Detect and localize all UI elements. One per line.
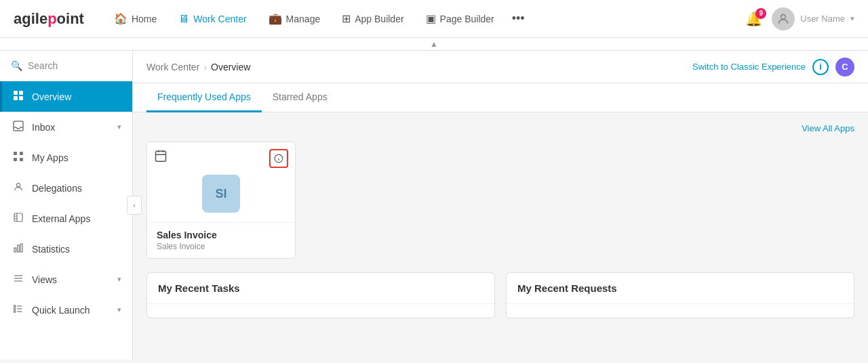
breadcrumb-parent[interactable]: Work Center (146, 62, 199, 72)
logo[interactable]: agilepoint (14, 10, 84, 28)
main-content: View All Apps (133, 112, 868, 360)
sidebar-item-views[interactable]: Views ▾ (0, 264, 132, 295)
svg-rect-13 (18, 245, 20, 252)
tab-starred-apps[interactable]: Starred Apps (262, 83, 338, 112)
app-name-label: Sales Invoice (157, 230, 285, 240)
nav-page-builder[interactable]: ▣ Page Builder (416, 7, 504, 30)
nav-app-builder-label: App Builder (355, 14, 403, 24)
recent-requests-body (507, 304, 854, 318)
svg-rect-5 (14, 121, 23, 131)
svg-point-20 (14, 311, 16, 313)
sidebar-item-externalapps[interactable]: External Apps (0, 203, 132, 234)
myapps-label: My Apps (32, 152, 121, 163)
externalapps-icon (13, 212, 25, 225)
app-card-body: SI (147, 168, 295, 222)
recent-tasks-panel: My Recent Tasks (146, 272, 495, 318)
recent-requests-title: My Recent Requests (517, 282, 617, 294)
nav-work-center-label: Work Center (193, 14, 246, 24)
svg-rect-6 (14, 152, 17, 155)
user-circle-avatar[interactable]: C (835, 58, 854, 77)
app-card-footer: Sales Invoice Sales Invoice (147, 222, 295, 258)
svg-rect-4 (19, 96, 23, 100)
switch-classic-link[interactable]: Switch to Classic Experience (692, 62, 806, 72)
svg-point-10 (16, 184, 20, 187)
svg-rect-2 (19, 91, 23, 95)
app-info-button[interactable] (269, 149, 288, 168)
tab-starred-apps-label: Starred Apps (273, 91, 328, 102)
header-right: Switch to Classic Experience i C (692, 58, 854, 77)
statistics-icon (13, 242, 25, 255)
delegations-icon (13, 182, 25, 194)
sidebar-item-myapps[interactable]: My Apps (0, 142, 132, 173)
overview-label: Overview (32, 91, 121, 102)
svg-rect-7 (20, 152, 23, 155)
app-card-top (147, 142, 295, 168)
user-menu[interactable]: User Name ▾ (772, 7, 854, 30)
notification-bell[interactable]: 🔔 9 (745, 11, 762, 27)
svg-rect-9 (20, 158, 23, 161)
content-header: Work Center › Overview Switch to Classic… (133, 51, 868, 83)
nav-page-builder-label: Page Builder (440, 14, 494, 24)
views-chevron-icon: ▾ (117, 275, 121, 284)
user-chevron-icon: ▾ (850, 14, 854, 23)
sidebar-search[interactable]: 🔍 Search (0, 51, 132, 81)
sidebar-item-inbox[interactable]: Inbox ▾ (0, 112, 132, 142)
sidebar-collapse-button[interactable]: ‹ (127, 196, 142, 215)
sidebar-item-quicklaunch[interactable]: Quick Launch ▾ (0, 295, 132, 325)
app-initials: SI (215, 187, 226, 201)
recent-tasks-header: My Recent Tasks (147, 273, 494, 304)
main-layout: 🔍 Search Overview (0, 51, 868, 360)
svg-rect-24 (156, 151, 166, 161)
svg-point-18 (14, 305, 16, 307)
search-icon: 🔍 (11, 60, 22, 71)
calendar-icon (154, 149, 167, 166)
views-icon (13, 273, 25, 286)
overview-icon (13, 90, 25, 103)
recent-requests-header: My Recent Requests (507, 273, 854, 304)
inbox-label: Inbox (32, 122, 111, 133)
views-label: Views (32, 274, 111, 285)
recent-tasks-title: My Recent Tasks (158, 282, 240, 294)
app-card-sales-invoice[interactable]: SI Sales Invoice Sales Invoice (146, 142, 296, 259)
app-description-label: Sales Invoice (157, 242, 285, 251)
svg-point-0 (781, 14, 786, 19)
content-area: Work Center › Overview Switch to Classic… (133, 51, 868, 360)
sidebar-item-statistics[interactable]: Statistics (0, 234, 132, 264)
svg-rect-3 (14, 96, 18, 100)
content-tabs: Frequently Used Apps Starred Apps (133, 83, 868, 112)
sidebar-nav: Overview Inbox ▾ (0, 81, 132, 360)
apps-actions: View All Apps (146, 123, 854, 133)
svg-rect-14 (20, 244, 22, 252)
briefcase-icon: 💼 (269, 12, 282, 25)
view-all-apps-link[interactable]: View All Apps (802, 123, 854, 133)
nav-items: 🏠 Home 🖥 Work Center 💼 Manage ⊞ App Buil… (104, 7, 745, 30)
user-avatar-icon (772, 7, 795, 30)
user-name-label: User Name (800, 14, 845, 24)
tab-frequently-used-label: Frequently Used Apps (157, 91, 251, 102)
quicklaunch-label: Quick Launch (32, 305, 111, 316)
breadcrumb: Work Center › Overview (146, 62, 250, 72)
nav-app-builder[interactable]: ⊞ App Builder (332, 7, 413, 30)
nav-manage[interactable]: 💼 Manage (259, 7, 330, 30)
inbox-chevron-icon: ▾ (117, 123, 121, 131)
quicklaunch-icon (13, 303, 25, 316)
appbuilder-icon: ⊞ (342, 12, 351, 25)
nav-home[interactable]: 🏠 Home (104, 7, 166, 30)
chevron-up-icon[interactable]: ▲ (430, 39, 438, 49)
quicklaunch-chevron-icon: ▾ (117, 305, 121, 314)
info-icon-button[interactable]: i (812, 59, 829, 75)
nav-more-button[interactable]: ••• (507, 9, 530, 28)
tab-frequently-used[interactable]: Frequently Used Apps (146, 83, 262, 112)
myapps-icon (13, 151, 25, 164)
pagebuilder-icon: ▣ (426, 12, 436, 25)
inbox-icon (13, 121, 25, 133)
sidebar-item-overview[interactable]: Overview (0, 81, 132, 112)
nav-work-center[interactable]: 🖥 Work Center (169, 7, 256, 30)
notification-badge: 9 (755, 8, 766, 19)
sidebar: 🔍 Search Overview (0, 51, 133, 360)
app-cards-container: SI Sales Invoice Sales Invoice (146, 142, 854, 259)
top-navigation: agilepoint 🏠 Home 🖥 Work Center 💼 Manage… (0, 0, 868, 38)
collapse-bar: ▲ (0, 38, 868, 51)
sidebar-item-delegations[interactable]: Delegations (0, 173, 132, 203)
bottom-sections: My Recent Tasks My Recent Requests (146, 272, 854, 318)
